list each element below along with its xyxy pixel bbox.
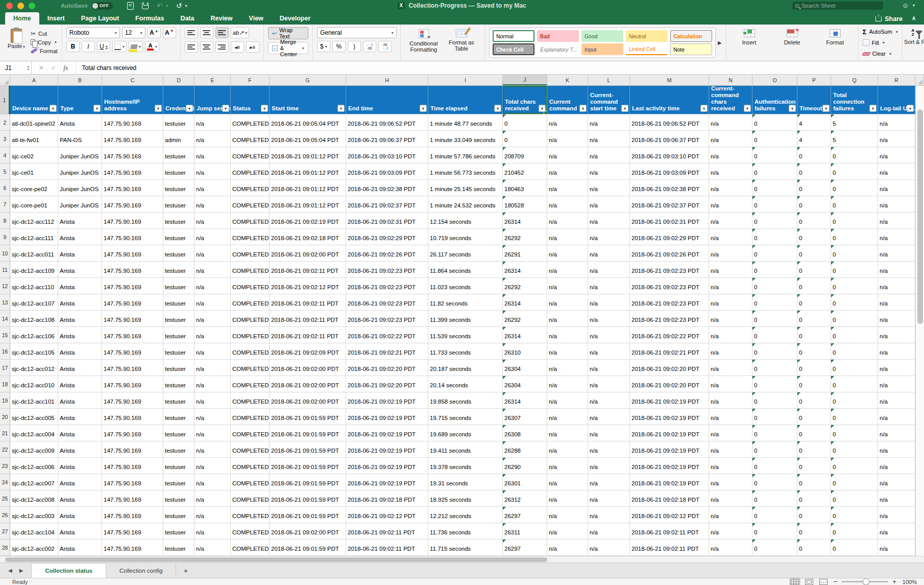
cell-J8[interactable]: 26314 xyxy=(503,213,547,229)
cell-N16[interactable]: n/a xyxy=(709,343,752,360)
filter-button-H[interactable]: ▼ xyxy=(420,105,427,112)
cell-L20[interactable]: n/a xyxy=(588,409,630,425)
undo-icon[interactable]: ↶ xyxy=(157,2,163,9)
cell-F7[interactable]: COMPLETED xyxy=(231,196,270,213)
cell-N8[interactable]: n/a xyxy=(709,213,752,229)
col-header-Q[interactable]: Q xyxy=(831,75,878,85)
cell-F4[interactable]: COMPLETED xyxy=(231,147,270,163)
cell-J1[interactable]: Total chars received▼ xyxy=(503,86,547,114)
row-header-1[interactable]: 1 xyxy=(0,86,10,114)
cell-K5[interactable]: n/a xyxy=(547,163,588,180)
insert-function-button[interactable]: fx xyxy=(63,64,68,72)
ribbon-tab-view[interactable]: View xyxy=(241,12,272,25)
horizontal-scrollbar-thumb[interactable] xyxy=(5,557,547,562)
cell-Q7[interactable]: 0 xyxy=(831,196,878,213)
cell-Q23[interactable]: 0 xyxy=(831,458,878,474)
cell-F24[interactable]: COMPLETED xyxy=(231,474,270,490)
cell-H2[interactable]: 2018-06-21 09:06:52 PDT xyxy=(346,114,428,131)
cell-A4[interactable]: sjc-ce02 xyxy=(10,147,58,163)
cell-N22[interactable]: n/a xyxy=(709,441,752,458)
col-header-M[interactable]: M xyxy=(630,75,709,85)
cell-K27[interactable]: n/a xyxy=(547,523,588,540)
cell-R16[interactable]: n/a xyxy=(878,343,915,360)
cell-L10[interactable]: n/a xyxy=(588,245,630,262)
cell-G2[interactable]: 2018-06-21 09:05:04 PDT xyxy=(270,114,346,131)
cell-C25[interactable]: 147.75.90.169 xyxy=(102,490,163,507)
cell-P10[interactable]: 0 xyxy=(797,245,831,262)
cell-P17[interactable]: 0 xyxy=(797,360,831,376)
cell-O24[interactable]: 0 xyxy=(752,474,797,490)
cell-I8[interactable]: 12.154 seconds xyxy=(428,213,503,229)
row-header-25[interactable]: 25 xyxy=(0,490,10,507)
cell-O11[interactable]: 0 xyxy=(752,262,797,278)
cell-H21[interactable]: 2018-06-21 09:02:19 PDT xyxy=(346,425,428,441)
cell-L27[interactable]: n/a xyxy=(588,523,630,540)
cell-A15[interactable]: sjc-dc12-acc106 xyxy=(10,327,58,343)
row-header-20[interactable]: 20 xyxy=(0,409,10,425)
cell-D14[interactable]: testuser xyxy=(163,311,194,327)
ribbon-tab-home[interactable]: Home xyxy=(5,12,39,25)
cell-N25[interactable]: n/a xyxy=(709,490,752,507)
cell-D26[interactable]: testuser xyxy=(163,507,194,523)
row-header-19[interactable]: 19 xyxy=(0,392,10,409)
cell-H18[interactable]: 2018-06-21 09:02:20 PDT xyxy=(346,376,428,392)
cell-F27[interactable]: COMPLETED xyxy=(231,523,270,540)
col-header-K[interactable]: K xyxy=(547,75,588,85)
fill-color-button[interactable]: ▾ xyxy=(129,41,143,52)
row-header-10[interactable]: 10 xyxy=(0,245,10,262)
cell-E7[interactable]: n/a xyxy=(194,196,231,213)
filter-button-D[interactable]: ▼ xyxy=(186,105,193,112)
cell-I5[interactable]: 1 minute 56.773 seconds xyxy=(428,163,503,180)
cell-E3[interactable]: n/a xyxy=(194,131,231,147)
cell-M1[interactable]: Last activity time▼ xyxy=(630,86,709,114)
fill-button[interactable]: ↓Fill▾ xyxy=(863,39,898,47)
cell-H5[interactable]: 2018-06-21 09:03:09 PDT xyxy=(346,163,428,180)
cell-K10[interactable]: n/a xyxy=(547,245,588,262)
cell-Q18[interactable]: 0 xyxy=(831,376,878,392)
cell-G6[interactable]: 2018-06-21 09:01:12 PDT xyxy=(270,180,346,196)
cell-D12[interactable]: testuser xyxy=(163,278,194,294)
cell-O18[interactable]: 0 xyxy=(752,376,797,392)
cell-P18[interactable]: 0 xyxy=(797,376,831,392)
normal-view-icon[interactable] xyxy=(791,579,799,585)
cell-O7[interactable]: 0 xyxy=(752,196,797,213)
cell-H27[interactable]: 2018-06-21 09:02:11 PDT xyxy=(346,523,428,540)
zoom-slider[interactable] xyxy=(841,581,888,582)
cell-C19[interactable]: 147.75.90.169 xyxy=(102,392,163,409)
decrease-decimal-button[interactable]: .00→.0 xyxy=(378,41,392,52)
cell-K19[interactable]: n/a xyxy=(547,392,588,409)
cell-D24[interactable]: testuser xyxy=(163,474,194,490)
cell-D9[interactable]: testuser xyxy=(163,229,194,245)
cell-G12[interactable]: 2018-06-21 09:02:12 PDT xyxy=(270,278,346,294)
cell-N14[interactable]: n/a xyxy=(709,311,752,327)
cell-D22[interactable]: testuser xyxy=(163,441,194,458)
cell-J18[interactable]: 26304 xyxy=(503,376,547,392)
cell-K26[interactable]: n/a xyxy=(547,507,588,523)
ribbon-tab-data[interactable]: Data xyxy=(172,12,202,25)
cell-J9[interactable]: 26292 xyxy=(503,229,547,245)
cell-I15[interactable]: 11.539 seconds xyxy=(428,327,503,343)
cell-I28[interactable]: 11.715 seconds xyxy=(428,540,503,556)
cell-H7[interactable]: 2018-06-21 09:02:37 PDT xyxy=(346,196,428,213)
row-header-12[interactable]: 12 xyxy=(0,278,10,294)
cell-E21[interactable]: n/a xyxy=(194,425,231,441)
add-sheet-button[interactable]: + xyxy=(176,563,195,578)
cell-E13[interactable]: n/a xyxy=(194,294,231,311)
filter-button-C[interactable]: ▼ xyxy=(155,105,162,112)
cell-I25[interactable]: 18.925 seconds xyxy=(428,490,503,507)
cell-G25[interactable]: 2018-06-21 09:01:59 PDT xyxy=(270,490,346,507)
cell-B12[interactable]: Arista xyxy=(58,278,102,294)
cell-G27[interactable]: 2018-06-21 09:02:00 PDT xyxy=(270,523,346,540)
formula-bar-content[interactable]: Total chars received xyxy=(76,64,137,72)
cell-G28[interactable]: 2018-06-21 09:01:59 PDT xyxy=(270,540,346,556)
filter-button-O[interactable]: ▼ xyxy=(789,105,796,112)
cell-N11[interactable]: n/a xyxy=(709,262,752,278)
sheet-tab-collection-config[interactable]: Collection config xyxy=(106,563,176,578)
cell-E12[interactable]: n/a xyxy=(194,278,231,294)
cell-P3[interactable]: 4 xyxy=(797,131,831,147)
fill-handle[interactable] xyxy=(544,111,547,114)
cell-O25[interactable]: 0 xyxy=(752,490,797,507)
cell-Q19[interactable]: 0 xyxy=(831,392,878,409)
cell-J7[interactable]: 180528 xyxy=(503,196,547,213)
cell-O13[interactable]: 0 xyxy=(752,294,797,311)
